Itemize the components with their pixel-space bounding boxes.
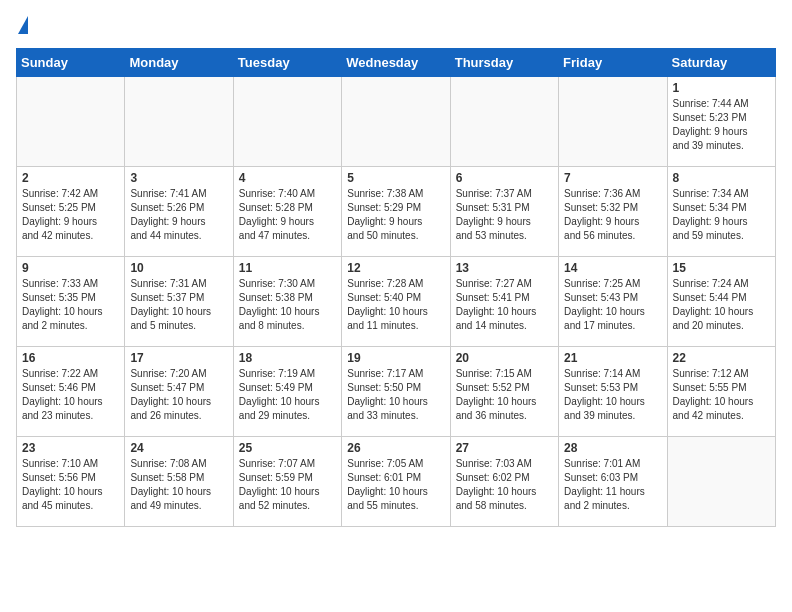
day-info: Sunrise: 7:07 AM Sunset: 5:59 PM Dayligh… bbox=[239, 457, 336, 513]
calendar-cell: 11Sunrise: 7:30 AM Sunset: 5:38 PM Dayli… bbox=[233, 257, 341, 347]
day-info: Sunrise: 7:01 AM Sunset: 6:03 PM Dayligh… bbox=[564, 457, 661, 513]
day-number: 22 bbox=[673, 351, 770, 365]
day-number: 27 bbox=[456, 441, 553, 455]
day-info: Sunrise: 7:10 AM Sunset: 5:56 PM Dayligh… bbox=[22, 457, 119, 513]
day-info: Sunrise: 7:33 AM Sunset: 5:35 PM Dayligh… bbox=[22, 277, 119, 333]
calendar-cell: 19Sunrise: 7:17 AM Sunset: 5:50 PM Dayli… bbox=[342, 347, 450, 437]
day-info: Sunrise: 7:40 AM Sunset: 5:28 PM Dayligh… bbox=[239, 187, 336, 243]
calendar-cell: 24Sunrise: 7:08 AM Sunset: 5:58 PM Dayli… bbox=[125, 437, 233, 527]
calendar-cell: 12Sunrise: 7:28 AM Sunset: 5:40 PM Dayli… bbox=[342, 257, 450, 347]
page-header bbox=[16, 16, 776, 36]
day-info: Sunrise: 7:38 AM Sunset: 5:29 PM Dayligh… bbox=[347, 187, 444, 243]
day-info: Sunrise: 7:27 AM Sunset: 5:41 PM Dayligh… bbox=[456, 277, 553, 333]
day-info: Sunrise: 7:30 AM Sunset: 5:38 PM Dayligh… bbox=[239, 277, 336, 333]
calendar-cell: 18Sunrise: 7:19 AM Sunset: 5:49 PM Dayli… bbox=[233, 347, 341, 437]
calendar-week-row: 1Sunrise: 7:44 AM Sunset: 5:23 PM Daylig… bbox=[17, 77, 776, 167]
calendar-week-row: 16Sunrise: 7:22 AM Sunset: 5:46 PM Dayli… bbox=[17, 347, 776, 437]
calendar-cell: 15Sunrise: 7:24 AM Sunset: 5:44 PM Dayli… bbox=[667, 257, 775, 347]
calendar-table: SundayMondayTuesdayWednesdayThursdayFrid… bbox=[16, 48, 776, 527]
day-info: Sunrise: 7:22 AM Sunset: 5:46 PM Dayligh… bbox=[22, 367, 119, 423]
day-info: Sunrise: 7:19 AM Sunset: 5:49 PM Dayligh… bbox=[239, 367, 336, 423]
calendar-week-row: 23Sunrise: 7:10 AM Sunset: 5:56 PM Dayli… bbox=[17, 437, 776, 527]
day-number: 5 bbox=[347, 171, 444, 185]
day-info: Sunrise: 7:34 AM Sunset: 5:34 PM Dayligh… bbox=[673, 187, 770, 243]
day-number: 12 bbox=[347, 261, 444, 275]
calendar-cell: 2Sunrise: 7:42 AM Sunset: 5:25 PM Daylig… bbox=[17, 167, 125, 257]
weekday-header: Wednesday bbox=[342, 49, 450, 77]
day-number: 9 bbox=[22, 261, 119, 275]
day-number: 2 bbox=[22, 171, 119, 185]
day-number: 21 bbox=[564, 351, 661, 365]
day-info: Sunrise: 7:25 AM Sunset: 5:43 PM Dayligh… bbox=[564, 277, 661, 333]
calendar-cell bbox=[125, 77, 233, 167]
calendar-cell: 25Sunrise: 7:07 AM Sunset: 5:59 PM Dayli… bbox=[233, 437, 341, 527]
calendar-header-row: SundayMondayTuesdayWednesdayThursdayFrid… bbox=[17, 49, 776, 77]
calendar-cell: 27Sunrise: 7:03 AM Sunset: 6:02 PM Dayli… bbox=[450, 437, 558, 527]
day-info: Sunrise: 7:20 AM Sunset: 5:47 PM Dayligh… bbox=[130, 367, 227, 423]
day-number: 15 bbox=[673, 261, 770, 275]
day-number: 7 bbox=[564, 171, 661, 185]
calendar-cell bbox=[559, 77, 667, 167]
calendar-cell bbox=[667, 437, 775, 527]
calendar-cell: 4Sunrise: 7:40 AM Sunset: 5:28 PM Daylig… bbox=[233, 167, 341, 257]
calendar-cell bbox=[342, 77, 450, 167]
day-info: Sunrise: 7:14 AM Sunset: 5:53 PM Dayligh… bbox=[564, 367, 661, 423]
day-number: 25 bbox=[239, 441, 336, 455]
day-number: 13 bbox=[456, 261, 553, 275]
calendar-cell: 28Sunrise: 7:01 AM Sunset: 6:03 PM Dayli… bbox=[559, 437, 667, 527]
calendar-cell: 3Sunrise: 7:41 AM Sunset: 5:26 PM Daylig… bbox=[125, 167, 233, 257]
calendar-cell: 21Sunrise: 7:14 AM Sunset: 5:53 PM Dayli… bbox=[559, 347, 667, 437]
day-number: 11 bbox=[239, 261, 336, 275]
day-info: Sunrise: 7:08 AM Sunset: 5:58 PM Dayligh… bbox=[130, 457, 227, 513]
weekday-header: Saturday bbox=[667, 49, 775, 77]
calendar-cell bbox=[450, 77, 558, 167]
logo-triangle-icon bbox=[18, 16, 28, 34]
day-number: 14 bbox=[564, 261, 661, 275]
day-number: 23 bbox=[22, 441, 119, 455]
calendar-cell: 14Sunrise: 7:25 AM Sunset: 5:43 PM Dayli… bbox=[559, 257, 667, 347]
day-info: Sunrise: 7:15 AM Sunset: 5:52 PM Dayligh… bbox=[456, 367, 553, 423]
calendar-cell bbox=[17, 77, 125, 167]
calendar-cell: 26Sunrise: 7:05 AM Sunset: 6:01 PM Dayli… bbox=[342, 437, 450, 527]
calendar-cell: 1Sunrise: 7:44 AM Sunset: 5:23 PM Daylig… bbox=[667, 77, 775, 167]
calendar-cell bbox=[233, 77, 341, 167]
calendar-cell: 22Sunrise: 7:12 AM Sunset: 5:55 PM Dayli… bbox=[667, 347, 775, 437]
day-info: Sunrise: 7:42 AM Sunset: 5:25 PM Dayligh… bbox=[22, 187, 119, 243]
calendar-cell: 16Sunrise: 7:22 AM Sunset: 5:46 PM Dayli… bbox=[17, 347, 125, 437]
weekday-header: Tuesday bbox=[233, 49, 341, 77]
day-number: 10 bbox=[130, 261, 227, 275]
calendar-cell: 5Sunrise: 7:38 AM Sunset: 5:29 PM Daylig… bbox=[342, 167, 450, 257]
calendar-cell: 20Sunrise: 7:15 AM Sunset: 5:52 PM Dayli… bbox=[450, 347, 558, 437]
calendar-cell: 8Sunrise: 7:34 AM Sunset: 5:34 PM Daylig… bbox=[667, 167, 775, 257]
day-number: 6 bbox=[456, 171, 553, 185]
day-info: Sunrise: 7:41 AM Sunset: 5:26 PM Dayligh… bbox=[130, 187, 227, 243]
day-info: Sunrise: 7:31 AM Sunset: 5:37 PM Dayligh… bbox=[130, 277, 227, 333]
calendar-cell: 17Sunrise: 7:20 AM Sunset: 5:47 PM Dayli… bbox=[125, 347, 233, 437]
calendar-cell: 6Sunrise: 7:37 AM Sunset: 5:31 PM Daylig… bbox=[450, 167, 558, 257]
calendar-cell: 10Sunrise: 7:31 AM Sunset: 5:37 PM Dayli… bbox=[125, 257, 233, 347]
weekday-header: Friday bbox=[559, 49, 667, 77]
weekday-header: Sunday bbox=[17, 49, 125, 77]
calendar-week-row: 9Sunrise: 7:33 AM Sunset: 5:35 PM Daylig… bbox=[17, 257, 776, 347]
calendar-cell: 7Sunrise: 7:36 AM Sunset: 5:32 PM Daylig… bbox=[559, 167, 667, 257]
logo bbox=[16, 16, 28, 36]
day-number: 8 bbox=[673, 171, 770, 185]
day-number: 19 bbox=[347, 351, 444, 365]
day-number: 17 bbox=[130, 351, 227, 365]
day-info: Sunrise: 7:12 AM Sunset: 5:55 PM Dayligh… bbox=[673, 367, 770, 423]
day-info: Sunrise: 7:24 AM Sunset: 5:44 PM Dayligh… bbox=[673, 277, 770, 333]
day-number: 24 bbox=[130, 441, 227, 455]
day-info: Sunrise: 7:03 AM Sunset: 6:02 PM Dayligh… bbox=[456, 457, 553, 513]
day-info: Sunrise: 7:17 AM Sunset: 5:50 PM Dayligh… bbox=[347, 367, 444, 423]
day-info: Sunrise: 7:44 AM Sunset: 5:23 PM Dayligh… bbox=[673, 97, 770, 153]
weekday-header: Thursday bbox=[450, 49, 558, 77]
calendar-cell: 13Sunrise: 7:27 AM Sunset: 5:41 PM Dayli… bbox=[450, 257, 558, 347]
day-info: Sunrise: 7:36 AM Sunset: 5:32 PM Dayligh… bbox=[564, 187, 661, 243]
calendar-cell: 9Sunrise: 7:33 AM Sunset: 5:35 PM Daylig… bbox=[17, 257, 125, 347]
day-info: Sunrise: 7:28 AM Sunset: 5:40 PM Dayligh… bbox=[347, 277, 444, 333]
calendar-week-row: 2Sunrise: 7:42 AM Sunset: 5:25 PM Daylig… bbox=[17, 167, 776, 257]
day-number: 28 bbox=[564, 441, 661, 455]
day-number: 26 bbox=[347, 441, 444, 455]
day-info: Sunrise: 7:05 AM Sunset: 6:01 PM Dayligh… bbox=[347, 457, 444, 513]
day-number: 1 bbox=[673, 81, 770, 95]
